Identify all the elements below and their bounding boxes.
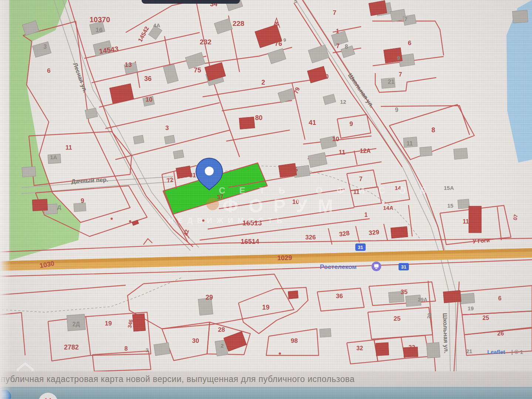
parcel-number-label: 19 xyxy=(262,304,270,311)
registered-building xyxy=(132,314,145,331)
parcel-number-label: 29А xyxy=(418,297,427,303)
survey-point xyxy=(129,220,131,222)
parcel-number-label: 72 xyxy=(166,176,174,184)
building xyxy=(458,199,470,209)
parcel-number-label: 7 xyxy=(333,9,336,16)
parcel-number-label: 33 xyxy=(409,344,415,351)
parcel-number-label: 12А xyxy=(360,148,371,154)
svg-text:ФОРУМ: ФОРУМ xyxy=(223,196,343,216)
parcel-number-label: 1А xyxy=(50,154,57,160)
parcel-number-label: 35 xyxy=(401,289,408,296)
parcel-number-label: 10370 xyxy=(89,16,110,24)
parcel-number-label: 11 xyxy=(65,144,72,151)
parcel-number-label: 329 xyxy=(369,229,380,236)
browser-icon[interactable] xyxy=(0,390,11,399)
parcel-number-label: 9 xyxy=(283,37,286,43)
parcel-number-label: 10 xyxy=(322,74,329,80)
parcel-number-label: 5 xyxy=(294,0,297,4)
survey-point xyxy=(111,218,113,220)
parcel-number-label: 1 xyxy=(336,28,339,34)
parcel-number-label: 3 xyxy=(44,44,47,50)
parcel-number-label: 19 xyxy=(468,305,474,311)
building xyxy=(133,135,144,144)
route-badge: 31 xyxy=(399,263,409,270)
caption-text: публичная кадастровая карта новой версии… xyxy=(1,374,355,384)
parcel-number-label: 8 xyxy=(345,44,348,50)
parcel-number-label: 14А xyxy=(383,205,393,211)
parcel-number-label: 6 xyxy=(498,295,502,301)
parcel-number-label: 9 xyxy=(81,197,84,204)
parcel-number-label: 8 xyxy=(431,126,435,134)
parcel-number-label: 328 xyxy=(339,229,350,238)
building xyxy=(454,148,468,159)
building xyxy=(427,342,440,358)
parcel-number-label: 6 xyxy=(408,40,411,47)
survey-point xyxy=(279,352,281,355)
parcel-number-label: 41 xyxy=(309,119,316,126)
parcel-number-label: 16514 xyxy=(241,238,259,245)
parcel-number-label: 80 xyxy=(255,114,262,122)
parcel-number-label: 15А xyxy=(444,185,454,191)
parcel-number-label: 07 xyxy=(512,214,519,221)
screen: 1037016145424А14543133639510336342282327… xyxy=(0,0,532,399)
parcel-number-label: 21 xyxy=(388,79,394,85)
parcel-number-label: 2782 xyxy=(64,344,79,351)
parcel-number-label: 11 xyxy=(407,140,413,147)
svg-text:СЕТЬ ОФИСОВ: СЕТЬ ОФИСОВ xyxy=(219,185,440,195)
parcel-number-label: 29 xyxy=(206,294,213,301)
building xyxy=(420,147,432,157)
parcel-number-label: 29 xyxy=(426,313,433,319)
parcel-number-label: У Гоги xyxy=(472,237,490,244)
parcel-number-label: 98 xyxy=(291,337,298,344)
parcel-number-label: 13 xyxy=(397,227,404,233)
route-badge: 31 xyxy=(355,243,366,251)
rostelecom-label: Ростелеком xyxy=(320,263,356,270)
building xyxy=(319,328,331,337)
parcel-number-label: 7 xyxy=(399,71,402,78)
svg-text:31: 31 xyxy=(401,264,406,270)
parcel-number-label: 9 xyxy=(397,55,400,61)
building xyxy=(173,150,184,159)
parcel-number-label: 30 xyxy=(192,337,199,344)
parcel-number-label: 326 xyxy=(305,234,316,241)
cadastral-map[interactable]: 1037016145424А14543133639510336342282327… xyxy=(0,0,532,399)
building xyxy=(164,135,175,144)
parcel-number-label: 25 xyxy=(482,315,489,321)
parcel-number-label: 2 xyxy=(221,342,224,349)
svg-text:НЕДВИЖИМОСТЬ: НЕДВИЖИМОСТЬ xyxy=(168,216,287,225)
parcel-number-label: 19 xyxy=(105,320,112,327)
parcel-number-label: 36 xyxy=(336,293,343,300)
parcel-number-label: 4А xyxy=(153,22,160,28)
close-tab-icon[interactable]: × xyxy=(38,393,58,399)
building xyxy=(154,342,170,355)
parcel-number-label: 15 xyxy=(447,202,454,209)
parcel-number-label: 36 xyxy=(144,75,152,82)
parcel-number-label: 9 xyxy=(349,120,353,127)
registered-building xyxy=(288,291,298,299)
parcel-number-label: 16 xyxy=(96,27,103,34)
parcel-number-label: 1029 xyxy=(277,254,292,262)
parcel-number-label: 31А xyxy=(378,346,388,352)
parcel-number-label: 2 xyxy=(261,79,265,86)
parcel-number-label: 32 xyxy=(356,345,363,351)
top-tooltip-remnant xyxy=(142,0,240,4)
taskbar[interactable]: × xyxy=(0,387,532,399)
parcel-number-label: 2Б xyxy=(290,166,298,173)
parcel-number-label: 28 xyxy=(218,326,225,333)
registered-building xyxy=(32,199,48,211)
parcel-number-label: 76 xyxy=(275,40,282,47)
registered-building xyxy=(469,206,481,233)
parcel-number-label: 395 xyxy=(120,89,130,96)
parcel-number-label: 11 xyxy=(463,218,469,225)
parcel-number-label: 12 xyxy=(340,99,346,105)
parcel-number-label: 7 xyxy=(404,16,407,22)
building xyxy=(460,293,475,304)
leaflet-link: Leaflet xyxy=(487,349,505,355)
parcel-number-label: 11 xyxy=(339,149,345,156)
parcel-number-label: 2Д xyxy=(72,321,80,327)
building xyxy=(22,167,36,177)
parcel-number-label: 13 xyxy=(125,61,132,68)
parcel-number-label: 21 xyxy=(466,348,472,354)
parcel-number-label: 3 xyxy=(165,125,169,132)
parcel-number-label: 26 xyxy=(497,330,504,337)
